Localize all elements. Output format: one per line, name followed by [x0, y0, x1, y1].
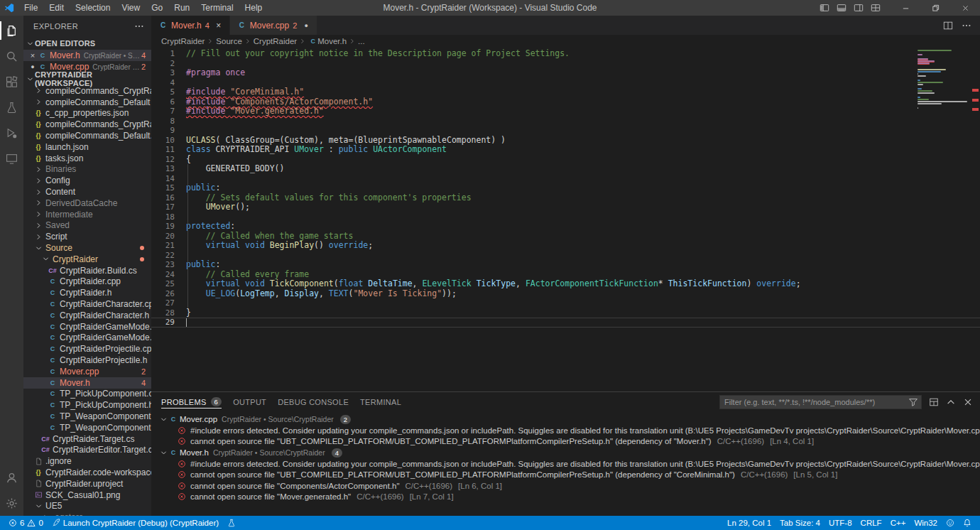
tree-item-c-cpp-properties-json[interactable]: {}c_cpp_properties.json: [23, 108, 151, 119]
workspace-header[interactable]: CRYPTRAIDER (WORKSPACE): [23, 72, 151, 85]
files-icon[interactable]: [0, 18, 23, 43]
status-encoding[interactable]: UTF-8: [824, 516, 856, 530]
code-line[interactable]: 17 UMover();: [151, 202, 980, 212]
menu-run[interactable]: Run: [168, 0, 195, 16]
code-line[interactable]: 4: [151, 78, 980, 88]
code-line[interactable]: 18: [151, 212, 980, 222]
minimize-icon[interactable]: [891, 0, 920, 16]
tree-item-mover-h[interactable]: CMover.h4: [23, 377, 151, 389]
problem-item[interactable]: cannot open source file "UBT_COMPILED_PL…: [151, 470, 980, 481]
tree-item-compilecommands-default-json[interactable]: {}compileCommands_Default.json: [23, 130, 151, 141]
tree-item-mover-cpp[interactable]: CMover.cpp2: [23, 366, 151, 377]
breadcrumb-item[interactable]: CryptRaider: [161, 37, 205, 45]
remote-explorer-icon[interactable]: [0, 146, 23, 171]
close-icon[interactable]: ×: [28, 51, 38, 60]
tree-item-ue5[interactable]: UE5: [23, 500, 151, 512]
tab-mover-cpp[interactable]: CMover.cpp2●: [230, 16, 317, 35]
code-line[interactable]: 22: [151, 251, 980, 261]
code-line[interactable]: 29: [151, 318, 980, 328]
panel-tab-terminal[interactable]: TERMINAL: [360, 392, 401, 411]
extensions-icon[interactable]: [0, 69, 23, 94]
tree-item-cryptraider[interactable]: CryptRaider: [23, 254, 151, 265]
status-testing[interactable]: [223, 516, 240, 530]
tree-item-compilecommands-default[interactable]: compileCommands_Default: [23, 97, 151, 108]
menu-help[interactable]: Help: [239, 0, 268, 16]
tree-item-cryptraidergamemode-cpp[interactable]: CCryptRaiderGameMode.cpp: [23, 321, 151, 332]
code-line[interactable]: 19protected:: [151, 222, 980, 232]
tree-item-cryptraider-target-cs[interactable]: C#CryptRaider.Target.cs: [23, 433, 151, 445]
more-actions-icon[interactable]: [134, 21, 144, 31]
dirty-icon[interactable]: ●: [302, 22, 310, 29]
code-line[interactable]: 10UCLASS( ClassGroup=(Custom), meta=(Blu…: [151, 136, 980, 146]
tree-item-tp-pickupcomponent-h[interactable]: CTP_PickUpComponent.h: [23, 399, 151, 411]
tree-item-content[interactable]: Content: [23, 186, 151, 198]
tab-mover-h[interactable]: CMover.h4×: [151, 16, 230, 35]
account-icon[interactable]: [0, 465, 23, 490]
open-editor-item[interactable]: ×CMover.hCryptRaider • Sou...4: [23, 50, 151, 61]
split-editor-icon[interactable]: [943, 21, 953, 31]
toggle-secondary-sidebar-icon[interactable]: [854, 3, 864, 13]
code-line[interactable]: 13 GENERATED_BODY(): [151, 164, 980, 174]
tree-item-script[interactable]: Script: [23, 231, 151, 242]
open-editors-header[interactable]: OPEN EDITORS: [23, 37, 151, 50]
tree-item-source[interactable]: Source: [23, 242, 151, 254]
code-line[interactable]: 12{: [151, 155, 980, 165]
tree-item-compilecommands-cryptraider[interactable]: {}compileCommands_CryptRaider...: [23, 119, 151, 130]
status-problems[interactable]: 60: [4, 516, 48, 530]
status-notifications[interactable]: [959, 516, 976, 530]
tree-item-cryptraider-h[interactable]: CCryptRaider.h: [23, 287, 151, 298]
problems-group-mover-cpp[interactable]: CMover.cppCryptRaider • Source\CryptRaid…: [151, 413, 980, 425]
close-icon[interactable]: [950, 0, 980, 16]
dirty-icon[interactable]: ●: [28, 63, 38, 70]
breadcrumb-item[interactable]: ...: [358, 37, 365, 45]
code-line[interactable]: 1// Fill out your copyright notice in th…: [151, 49, 980, 59]
tree-item-launch-json[interactable]: {}launch.json: [23, 141, 151, 153]
tree-item-saved[interactable]: Saved: [23, 220, 151, 232]
close-icon[interactable]: ×: [214, 21, 223, 31]
menu-file[interactable]: File: [18, 0, 43, 16]
code-line[interactable]: 3#pragma once: [151, 68, 980, 78]
status-eol[interactable]: CRLF: [856, 516, 886, 530]
tree-item-cryptraider-cpp[interactable]: CCryptRaider.cpp: [23, 276, 151, 288]
problems-group-mover-h[interactable]: CMover.hCryptRaider • Source\CryptRaider…: [151, 447, 980, 458]
tree-item-cryptraider-uproject[interactable]: CryptRaider.uproject: [23, 478, 151, 490]
tree-item-sck-casual01-png[interactable]: SCK_Casual01.png: [23, 490, 151, 501]
tree-item-tp-weaponcomponent-h[interactable]: CTP_WeaponComponent.h: [23, 422, 151, 433]
tree-item-cryptraider-build-cs[interactable]: C#CryptRaider.Build.cs: [23, 265, 151, 276]
breadcrumb-item[interactable]: Source: [216, 37, 241, 45]
code-line[interactable]: 9: [151, 126, 980, 136]
filter-input[interactable]: [719, 395, 922, 409]
run-debug-icon[interactable]: [0, 120, 23, 146]
close-panel-icon[interactable]: [963, 397, 973, 407]
overview-ruler[interactable]: [970, 48, 980, 391]
code-line[interactable]: 21 virtual void BeginPlay() override;: [151, 241, 980, 251]
menu-view[interactable]: View: [116, 0, 146, 16]
code-line[interactable]: 20 // Called when the game starts: [151, 232, 980, 242]
breadcrumb-item[interactable]: CryptRaider: [254, 37, 297, 45]
settings-gear-icon[interactable]: [0, 490, 23, 516]
tree-item-cryptraidercharacter-cpp[interactable]: CCryptRaiderCharacter.cpp: [23, 298, 151, 310]
problem-item[interactable]: cannot open source file "Components/Acto…: [151, 480, 980, 492]
status-platform[interactable]: Win32: [910, 516, 942, 530]
toggle-sidebar-icon[interactable]: [820, 3, 829, 13]
tree-item-cryptraiderprojectile-h[interactable]: CCryptRaiderProjectile.h: [23, 355, 151, 366]
maximize-icon[interactable]: [920, 0, 950, 16]
code-line[interactable]: 26 UE_LOG(LogTemp, Display, TEXT("Mover …: [151, 289, 980, 299]
problem-item[interactable]: cannot open source file "Mover.generated…: [151, 492, 980, 503]
tree-item-tasks-json[interactable]: {}tasks.json: [23, 153, 151, 164]
panel-tab-output[interactable]: OUTPUT: [233, 392, 266, 411]
code-line[interactable]: 11class CRYPTRAIDER_API UMover : public …: [151, 145, 980, 155]
tree-item-binaries[interactable]: Binaries: [23, 164, 151, 175]
code-line[interactable]: 25 virtual void TickComponent(float Delt…: [151, 279, 980, 289]
code-line[interactable]: 23public:: [151, 260, 980, 270]
tree-item-config[interactable]: Config: [23, 175, 151, 186]
code-line[interactable]: 24 // Called every frame: [151, 270, 980, 280]
status-tab-size[interactable]: Tab Size: 4: [775, 516, 824, 530]
code-line[interactable]: 8: [151, 117, 980, 126]
code-line[interactable]: 27: [151, 298, 980, 308]
problem-item[interactable]: cannot open source file "UBT_COMPILED_PL…: [151, 436, 980, 448]
tree-item-cryptraidercharacter-h[interactable]: CCryptRaiderCharacter.h: [23, 310, 151, 321]
code-line[interactable]: 2: [151, 59, 980, 69]
customize-layout-icon[interactable]: [871, 3, 881, 13]
status-launch[interactable]: Launch CryptRaider (Debug) (CryptRaider): [48, 516, 223, 530]
